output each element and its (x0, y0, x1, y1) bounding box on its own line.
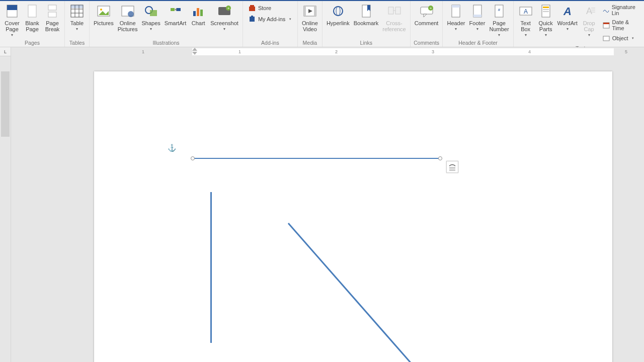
svg-text:A: A (524, 8, 528, 15)
svg-rect-54 (543, 7, 549, 8)
page-break-button[interactable]: Page Break (42, 2, 62, 32)
chevron-down-icon: ▾ (455, 27, 457, 31)
quick-parts-button[interactable]: Quick Parts ▾ (536, 2, 556, 37)
page-area[interactable]: ⚓ (11, 56, 644, 362)
chevron-down-icon: ▾ (476, 27, 478, 31)
signature-line-button[interactable]: Signature Lin (601, 3, 643, 17)
svg-point-12 (100, 9, 102, 11)
shape-line-horizontal[interactable] (193, 158, 439, 159)
svg-marker-42 (424, 14, 427, 17)
svg-text:+: + (429, 6, 432, 11)
indent-marker-icon[interactable] (192, 48, 197, 55)
group-label-tables: Tables (67, 39, 87, 47)
smartart-button[interactable]: SmartArt (163, 2, 188, 26)
svg-rect-55 (543, 9, 549, 10)
ruler-row: L 1 1 2 3 4 5 (0, 47, 644, 56)
layout-options-icon (448, 163, 456, 171)
svg-rect-33 (314, 6, 316, 16)
wordart-icon: A (559, 3, 576, 19)
chevron-down-icon: ▾ (545, 33, 547, 37)
shape-line-diagonal[interactable] (285, 221, 446, 362)
shapes-button[interactable]: Shapes ▾ (140, 2, 163, 31)
chevron-down-icon: ▾ (289, 17, 291, 21)
store-button[interactable]: Store (247, 3, 293, 13)
svg-text:A: A (586, 6, 592, 16)
footer-icon (469, 3, 486, 19)
horizontal-ruler[interactable]: 1 1 2 3 4 5 (11, 47, 644, 56)
drop-cap-icon: A (581, 3, 597, 19)
group-tables: Table ▾ Tables (65, 1, 90, 47)
ruler-mark: 4 (528, 49, 531, 54)
cross-reference-button[interactable]: Cross- reference (380, 2, 408, 32)
chevron-down-icon: ▾ (76, 27, 78, 31)
svg-marker-66 (192, 52, 197, 55)
page-number-icon: # (491, 3, 507, 19)
signature-icon (602, 6, 610, 14)
selection-handle-right[interactable] (438, 156, 442, 160)
online-video-button[interactable]: Online Video (300, 2, 320, 32)
document-workspace: ⚓ (0, 56, 644, 362)
group-label-links: Links (325, 39, 408, 47)
addins-icon (248, 15, 256, 23)
svg-text:#: # (498, 8, 501, 12)
blank-page-button[interactable]: Blank Page (22, 2, 42, 32)
chart-icon (190, 3, 206, 19)
group-comments: + Comment Comments (411, 1, 443, 47)
svg-rect-46 (452, 5, 460, 8)
chevron-down-icon: ▾ (632, 36, 634, 40)
svg-rect-1 (7, 5, 17, 10)
chevron-down-icon: ▾ (498, 33, 500, 37)
date-time-button[interactable]: Date & Time (601, 18, 643, 32)
cover-page-button[interactable]: Cover Page ▾ (2, 2, 22, 37)
ruler-mark: 1 (238, 49, 241, 54)
anchor-icon: ⚓ (168, 144, 176, 152)
header-button[interactable]: Header ▾ (445, 2, 467, 31)
shape-line-vertical[interactable] (210, 192, 212, 343)
document-page[interactable]: ⚓ (94, 71, 612, 362)
svg-line-70 (288, 223, 424, 362)
group-text: A Text Box ▾ Quick Parts ▾ A WordArt ▾ A… (514, 1, 644, 47)
object-icon (602, 34, 610, 42)
wordart-button[interactable]: A WordArt ▾ (556, 2, 579, 31)
vertical-ruler[interactable] (0, 56, 11, 362)
svg-rect-2 (28, 5, 36, 17)
tab-selector[interactable]: L (0, 47, 11, 56)
selection-handle-left[interactable] (191, 156, 195, 160)
object-button[interactable]: Object ▾ (601, 33, 643, 43)
date-time-icon (602, 21, 610, 29)
svg-point-35 (336, 7, 340, 16)
hyperlink-button[interactable]: Hyperlink (325, 2, 352, 26)
svg-rect-32 (304, 6, 306, 16)
quick-parts-icon (538, 3, 554, 19)
video-icon (302, 3, 318, 19)
screenshot-icon: + (216, 3, 232, 19)
screenshot-button[interactable]: + Screenshot ▾ (208, 2, 240, 31)
group-addins: Store My Add-ins ▾ Add-ins (243, 1, 298, 47)
page-number-button[interactable]: # Page Number ▾ (488, 2, 511, 37)
chevron-down-icon: ▾ (223, 27, 225, 31)
chart-button[interactable]: Chart (188, 2, 208, 26)
svg-text:+: + (227, 6, 230, 11)
drop-cap-button[interactable]: A Drop Cap ▾ (579, 2, 599, 37)
chevron-down-icon: ▾ (11, 33, 13, 37)
table-button[interactable]: Table ▾ (67, 2, 87, 31)
svg-rect-20 (193, 11, 196, 16)
text-box-icon: A (518, 3, 534, 19)
svg-rect-64 (603, 36, 609, 41)
group-label-media: Media (300, 39, 320, 47)
my-addins-button[interactable]: My Add-ins ▾ (247, 14, 293, 24)
group-pages: Cover Page ▾ Blank Page Page Break Pages (0, 1, 65, 47)
layout-options-button[interactable] (446, 161, 458, 173)
group-label-pages: Pages (2, 39, 62, 47)
blank-page-icon (24, 3, 40, 19)
text-box-button[interactable]: A Text Box ▾ (516, 2, 536, 37)
svg-rect-21 (197, 8, 199, 16)
pictures-button[interactable]: Pictures (92, 2, 116, 26)
footer-button[interactable]: Footer ▾ (467, 2, 488, 31)
chevron-down-icon: ▾ (567, 27, 569, 31)
ruler-mark: 3 (432, 49, 434, 54)
comment-button[interactable]: + Comment (413, 2, 441, 26)
svg-rect-27 (250, 5, 254, 7)
online-pictures-button[interactable]: Online Pictures (116, 2, 140, 32)
bookmark-button[interactable]: Bookmark (352, 2, 381, 26)
